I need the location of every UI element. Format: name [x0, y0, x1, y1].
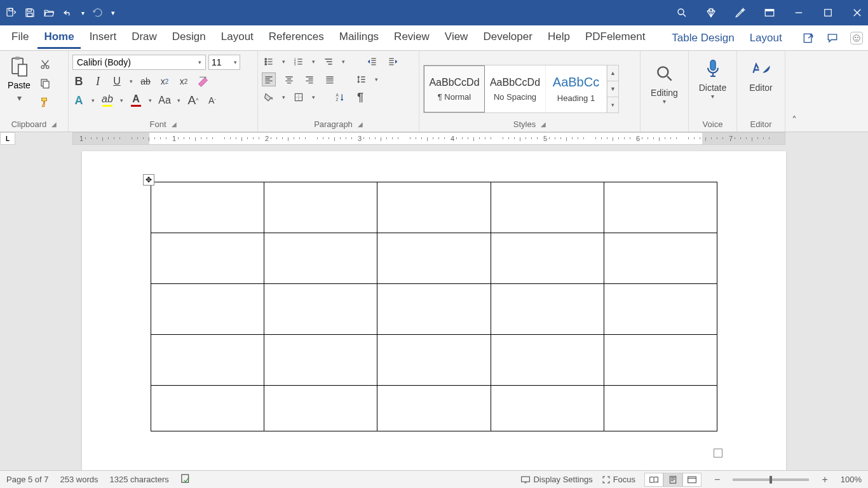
line-spacing-button[interactable]	[355, 72, 369, 86]
style--normal[interactable]: AaBbCcDd¶ Normal	[424, 65, 485, 112]
format-painter-icon[interactable]	[38, 95, 52, 109]
zoom-out-button[interactable]: −	[710, 474, 724, 485]
table-cell[interactable]	[491, 233, 604, 284]
font-color-button[interactable]: A	[130, 93, 142, 108]
save-icon[interactable]	[24, 7, 36, 18]
styles-dialog-icon[interactable]: ◢	[541, 121, 546, 128]
status-page[interactable]: Page 5 of 7	[6, 475, 49, 484]
tab-layout[interactable]: Layout	[743, 28, 789, 48]
tab-draw[interactable]: Draw	[125, 27, 163, 49]
table-cell[interactable]	[604, 284, 717, 335]
align-right-button[interactable]	[302, 72, 316, 86]
style-heading-1[interactable]: AaBbCcHeading 1	[546, 65, 607, 112]
tab-view[interactable]: View	[438, 27, 475, 49]
table-resize-handle[interactable]	[714, 449, 722, 458]
copy-icon[interactable]	[38, 76, 52, 90]
undo-icon[interactable]	[62, 7, 74, 18]
clear-formatting-button[interactable]	[196, 74, 209, 89]
web-layout-button[interactable]	[682, 473, 702, 487]
styles-gallery-spinner[interactable]: ▲▼▾	[607, 65, 619, 113]
undo-dropdown[interactable]: ▾	[81, 10, 85, 17]
tab-developer[interactable]: Developer	[477, 27, 539, 49]
feedback-smiley-icon[interactable]	[850, 32, 863, 44]
font-name-combo[interactable]: Calibri (Body)▾	[72, 55, 206, 70]
table-cell[interactable]	[604, 335, 717, 386]
tab-design[interactable]: Design	[166, 27, 212, 49]
table-cell[interactable]	[151, 386, 264, 431]
table-cell[interactable]	[264, 386, 377, 431]
tab-file[interactable]: File	[5, 27, 35, 49]
close-icon[interactable]	[851, 7, 863, 18]
borders-button[interactable]	[292, 90, 306, 104]
style-no-spacing[interactable]: AaBbCcDdNo Spacing	[485, 65, 546, 112]
autosave-icon[interactable]	[5, 7, 17, 18]
table-cell[interactable]	[491, 284, 604, 335]
share-icon[interactable]	[802, 32, 815, 44]
diamond-icon[interactable]	[705, 7, 717, 18]
table-cell[interactable]	[377, 182, 491, 233]
align-left-button[interactable]	[262, 72, 276, 86]
redo-icon[interactable]	[92, 7, 104, 18]
sort-button[interactable]: AZ	[333, 90, 347, 104]
table-cell[interactable]	[491, 182, 604, 233]
paragraph-dialog-icon[interactable]: ◢	[358, 121, 363, 128]
tab-review[interactable]: Review	[388, 27, 436, 49]
clipboard-dialog-icon[interactable]: ◢	[51, 121, 57, 128]
bullets-button[interactable]	[262, 55, 276, 69]
strikethrough-button[interactable]: ab	[139, 74, 152, 89]
tab-help[interactable]: Help	[541, 27, 576, 49]
status-chars[interactable]: 1325 characters	[109, 475, 168, 484]
table-cell[interactable]	[604, 182, 717, 233]
status-words[interactable]: 253 words	[60, 475, 98, 484]
search-icon[interactable]	[676, 7, 688, 18]
show-hide-button[interactable]: ¶	[353, 90, 367, 104]
font-size-combo[interactable]: 11▾	[208, 55, 240, 70]
subscript-button[interactable]: x2	[158, 74, 171, 89]
table-cell[interactable]	[151, 182, 264, 233]
font-dialog-icon[interactable]: ◢	[172, 121, 177, 128]
ribbon-mode-icon[interactable]	[764, 7, 775, 18]
zoom-slider[interactable]	[733, 478, 809, 481]
italic-button[interactable]: I	[92, 74, 104, 89]
customize-qat-icon[interactable]: ▾	[111, 7, 115, 18]
styles-gallery[interactable]: AaBbCcDd¶ NormalAaBbCcDdNo SpacingAaBbCc…	[423, 65, 607, 113]
print-layout-button[interactable]	[663, 473, 682, 487]
table-cell[interactable]	[491, 335, 604, 386]
tab-table-design[interactable]: Table Design	[665, 28, 740, 48]
table-cell[interactable]	[264, 182, 377, 233]
table-cell[interactable]	[377, 335, 491, 386]
table-cell[interactable]	[264, 335, 377, 386]
table-cell[interactable]	[264, 233, 377, 284]
shading-button[interactable]	[262, 90, 276, 104]
focus-button[interactable]: Focus	[602, 475, 635, 484]
table-cell[interactable]	[377, 386, 491, 431]
table-cell[interactable]	[604, 386, 717, 431]
multilevel-list-button[interactable]	[322, 55, 336, 69]
tab-insert[interactable]: Insert	[83, 27, 123, 49]
justify-button[interactable]	[323, 72, 337, 86]
grow-font-button[interactable]: A^	[187, 93, 200, 108]
minimize-icon[interactable]	[793, 7, 804, 18]
dictate-button[interactable]: Dictate ▾	[690, 53, 736, 100]
cut-icon[interactable]	[38, 57, 52, 71]
open-icon[interactable]	[43, 7, 55, 18]
collapse-ribbon-icon[interactable]: ˄	[785, 51, 803, 132]
tab-layout[interactable]: Layout	[215, 27, 260, 49]
paste-dropdown-icon[interactable]: ▾	[17, 93, 22, 103]
table-cell[interactable]	[377, 233, 491, 284]
maximize-icon[interactable]	[822, 7, 834, 18]
underline-dropdown[interactable]: ▾	[130, 78, 133, 85]
decrease-indent-button[interactable]	[365, 55, 379, 69]
editing-button[interactable]: Editing ▾	[642, 58, 688, 105]
table-cell[interactable]	[264, 284, 377, 335]
tab-home[interactable]: Home	[37, 27, 80, 49]
table-cell[interactable]	[604, 233, 717, 284]
page[interactable]: ✥	[82, 151, 786, 470]
change-case-button[interactable]: Aa	[158, 93, 171, 108]
document-area[interactable]: ✥	[0, 145, 868, 470]
horizontal-ruler[interactable]: 11234567	[72, 132, 785, 145]
pen-sparkle-icon[interactable]	[735, 7, 746, 18]
comments-icon[interactable]	[826, 32, 839, 44]
zoom-level[interactable]: 100%	[841, 475, 862, 484]
display-settings-button[interactable]: Display Settings	[520, 475, 592, 484]
